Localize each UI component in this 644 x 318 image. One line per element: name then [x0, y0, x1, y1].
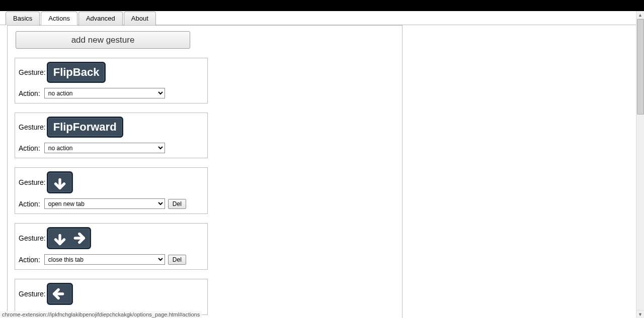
- action-label: Action:: [19, 89, 40, 97]
- gesture-badge[interactable]: [47, 227, 91, 249]
- scroll-down-arrow-icon[interactable]: ▼: [636, 310, 644, 318]
- tab-about[interactable]: About: [124, 12, 156, 25]
- action-select[interactable]: no actionopen new tabclose this tab: [44, 88, 165, 98]
- gesture-badge[interactable]: FlipForward: [47, 117, 123, 138]
- action-select[interactable]: no actionopen new tabclose this tab: [44, 143, 165, 153]
- gesture-row: Gesture:: [19, 227, 204, 249]
- gesture-box: Gesture:Action:no actionopen new tabclos…: [15, 223, 208, 270]
- scroll-thumb[interactable]: [637, 19, 644, 115]
- gesture-label: Gesture:: [19, 68, 46, 76]
- action-row: Action:no actionopen new tabclose this t…: [19, 254, 204, 265]
- gesture-label: Gesture:: [19, 123, 46, 131]
- arrow-left-icon: [51, 285, 68, 302]
- action-select[interactable]: no actionopen new tabclose this tab: [44, 254, 165, 265]
- tab-basics[interactable]: Basics: [6, 12, 40, 25]
- gesture-row: Gesture:: [19, 171, 204, 193]
- gesture-row: Gesture:FlipForward: [19, 117, 204, 138]
- gesture-box: Gesture:Action:no actionopen new tabclos…: [15, 167, 208, 214]
- add-gesture-button[interactable]: add new gesture: [16, 31, 190, 49]
- arrow-down-icon: [51, 230, 68, 247]
- gesture-box: Gesture:FlipBackAction:no actionopen new…: [15, 58, 208, 103]
- top-black-bar: [0, 0, 644, 11]
- action-select[interactable]: no actionopen new tabclose this tab: [44, 198, 165, 209]
- gesture-badge[interactable]: [47, 171, 73, 193]
- tab-advanced[interactable]: Advanced: [78, 12, 123, 25]
- gesture-badge[interactable]: FlipBack: [47, 62, 106, 83]
- scrollbar[interactable]: ▲ ▼: [636, 11, 644, 318]
- gesture-box: Gesture:: [15, 279, 208, 315]
- delete-button[interactable]: Del: [168, 255, 186, 265]
- tab-actions[interactable]: Actions: [41, 12, 77, 25]
- action-label: Action:: [19, 144, 40, 152]
- scroll-up-arrow-icon[interactable]: ▲: [636, 11, 644, 19]
- gesture-label: Gesture:: [19, 290, 46, 298]
- arrow-down-icon: [51, 174, 68, 191]
- gesture-row: Gesture:FlipBack: [19, 62, 204, 83]
- gesture-label: Gesture:: [19, 178, 46, 186]
- action-label: Action:: [19, 200, 40, 208]
- action-row: Action:no actionopen new tabclose this t…: [19, 198, 204, 209]
- gesture-box: Gesture:FlipForwardAction:no actionopen …: [15, 113, 208, 158]
- arrow-right-icon: [69, 230, 87, 247]
- action-row: Action:no actionopen new tabclose this t…: [19, 88, 204, 98]
- action-row: Action:no actionopen new tabclose this t…: [19, 143, 204, 153]
- actions-panel: add new gesture Gesture:FlipBackAction:n…: [7, 25, 403, 318]
- action-label: Action:: [19, 256, 40, 264]
- status-bar: chrome-extension://ipkfnchglakibpenojifd…: [0, 311, 202, 318]
- delete-button[interactable]: Del: [168, 199, 186, 209]
- gesture-row: Gesture:: [19, 283, 204, 305]
- gesture-badge[interactable]: [47, 283, 73, 305]
- tab-strip: BasicsActionsAdvancedAbout: [0, 11, 644, 25]
- gesture-label: Gesture:: [19, 234, 46, 242]
